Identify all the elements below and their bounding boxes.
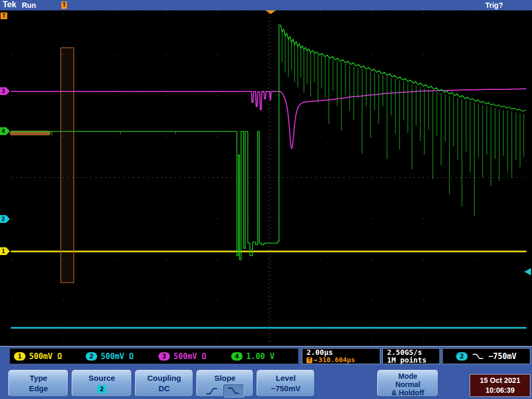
marker-layer [61,7,531,283]
tek-logo: Tek [3,0,16,9]
trigger-position-readout: T→310.604µs [307,356,380,364]
trigger-slope-button[interactable]: Slope [196,370,254,397]
ch2-readout: 2 500mV Ω [86,349,134,364]
time-text: 10:06:39 [470,385,530,395]
record-length: 1M points [387,356,440,364]
trigger-position-value: 310.604µs [318,356,355,364]
ch4-readout: 4 1.00 V [231,349,274,364]
trigger-source-button[interactable]: Source 2 [72,370,132,397]
falling-edge-icon [472,353,484,360]
ch3-badge: 3 [158,352,170,361]
trigger-status: Trig? [485,1,503,9]
ch2-scale: 500mV Ω [101,352,134,361]
mode-label: Mode [378,372,438,380]
title-bar: Tek Run T Trig? [0,0,532,10]
ch3-scale: 500mV Ω [174,352,206,361]
ch1-scale: 500mV Ω [29,352,62,361]
rising-edge-icon[interactable] [206,387,218,395]
ch1-readout: 1 500mV Ω [14,349,62,364]
trigger-mode-button[interactable]: Mode Normal & Holdoff [377,370,438,397]
readout-strip: 1 500mV Ω 2 500mV Ω 3 500mV Ω 4 1.00 V 2… [0,346,532,366]
ch1-badge: 1 [14,352,25,361]
record-trigger-flag-icon: T [61,2,67,9]
oscilloscope-screen: Tek Run T Trig? T 3 4 2 1 1 500mV Ω 2 50… [0,0,532,399]
acquisition-readout-box: 2.50GS/s 1M points [382,348,440,364]
zoom-region-box[interactable] [61,48,74,283]
trigger-position-badge[interactable]: T [1,12,7,19]
ch4-scale: 1.00 V [246,352,274,361]
graticule-grid [11,13,526,342]
ch4-badge: 4 [231,352,243,361]
falling-edge-icon [228,387,240,395]
ch4-noise-spikes [52,30,524,216]
trigger-level-arrow[interactable] [524,268,531,275]
bottom-menu: Type Edge Source 2 Coupling DC Slope [0,366,532,399]
date-text: 15 Oct 2021 [470,376,530,385]
source-channel-badge: 2 [97,385,107,393]
coupling-label: Coupling [136,374,193,382]
acquisition-status: Run [22,1,36,9]
trigger-source-badge: 2 [456,352,468,361]
type-value: Edge [9,384,68,393]
arrow-icon: → [313,356,317,364]
waveform-display [0,0,532,399]
type-label: Type [9,374,68,382]
waveform-layer [11,25,526,328]
timebase-scale: 2.00µs [307,349,380,356]
slope-label: Slope [197,374,253,382]
channel-readouts-box: 1 500mV Ω 2 500mV Ω 3 500mV Ω 4 1.00 V [9,348,299,364]
coupling-value: DC [136,384,193,393]
falling-edge-selected[interactable] [223,384,244,397]
ch2-badge: 2 [86,352,97,361]
datetime-display: 15 Oct 2021 10:06:39 [470,374,530,397]
sample-rate: 2.50GS/s [387,349,440,356]
trigger-type-button[interactable]: Type Edge [8,370,69,397]
trigger-level-readout: −750mV [488,352,516,361]
trigger-position-icon: T [307,357,312,363]
trigger-coupling-button[interactable]: Coupling DC [135,370,193,397]
trigger-level-button[interactable]: Level −750mV [257,370,315,397]
trigger-readout-box: 2 −750mV [442,348,530,364]
mode-value: Normal [378,380,438,389]
trace-ch3 [11,89,526,149]
source-label: Source [72,374,131,382]
level-value: −750mV [257,384,314,393]
mode-value2: & Holdoff [378,389,438,397]
level-label: Level [257,374,314,382]
ch3-readout: 3 500mV Ω [158,349,206,364]
timebase-readout-box: 2.00µs T→310.604µs [302,348,380,364]
